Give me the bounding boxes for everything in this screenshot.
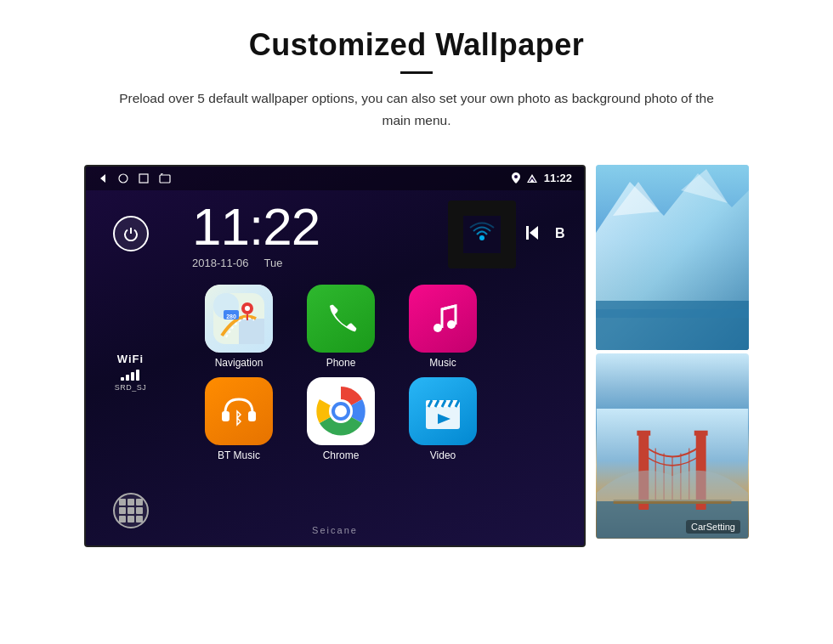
clock-display: 11:22 2018-11-06 Tue	[192, 201, 434, 269]
svg-point-4	[514, 175, 518, 178]
btmusic-label: BT Music	[218, 449, 260, 461]
android-screen: 11:22 WiFi SRD_SJ	[84, 165, 586, 547]
page-subtitle: Preload over 5 default wallpaper options…	[110, 88, 722, 133]
clock-time: 11:22	[192, 201, 434, 253]
app-phone[interactable]: Phone	[294, 285, 388, 369]
wifi-info: WiFi SRD_SJ	[115, 353, 147, 392]
app-btmusic[interactable]: BT Music	[192, 377, 286, 461]
signal-bar-3	[131, 372, 134, 381]
bridge-svg	[596, 409, 749, 539]
phone-svg	[323, 301, 359, 336]
clock-right: B	[448, 201, 570, 268]
music-widget[interactable]	[448, 201, 516, 268]
svg-rect-47	[637, 431, 650, 436]
svg-marker-10	[530, 226, 538, 240]
clock-day-value: Tue	[264, 257, 283, 269]
navigation-icon: 280	[205, 285, 273, 353]
svg-line-22	[442, 306, 456, 309]
signal-bar-1	[121, 377, 124, 381]
home-icon	[118, 173, 128, 184]
svg-point-1	[119, 174, 128, 183]
music-label: Music	[429, 357, 456, 369]
apps-grid-icon	[119, 499, 143, 523]
status-time: 11:22	[544, 172, 572, 184]
main-content: 11:22 WiFi SRD_SJ	[0, 148, 833, 564]
power-button[interactable]	[113, 216, 149, 251]
recent-icon	[139, 173, 149, 184]
app-navigation[interactable]: 280 Navigation	[192, 285, 286, 369]
wifi-ssid: SRD_SJ	[115, 383, 147, 392]
phone-icon	[307, 285, 375, 353]
clock-date: 2018-11-06 Tue	[192, 257, 434, 269]
side-photos: CarSetting	[596, 165, 749, 547]
wifi-signal-bars	[115, 369, 147, 381]
signal-bar-2	[126, 375, 129, 381]
svg-rect-42	[596, 309, 749, 318]
signal-icon	[526, 173, 538, 184]
svg-rect-2	[139, 174, 148, 183]
cast-icon	[463, 216, 501, 253]
clock-date-value: 2018-11-06	[192, 257, 249, 269]
svg-point-17	[245, 306, 250, 311]
status-bar-left	[98, 173, 171, 184]
page-title: Customized Wallpaper	[68, 27, 765, 63]
media-controls: B	[524, 201, 570, 246]
main-area: 11:22 2018-11-06 Tue	[175, 190, 584, 545]
video-svg	[422, 390, 464, 432]
video-label: Video	[430, 449, 456, 461]
photo-bridge: CarSetting	[596, 353, 749, 539]
chrome-label: Chrome	[323, 449, 360, 461]
status-bar-right: 11:22	[512, 172, 572, 184]
glacier-svg	[596, 165, 749, 350]
title-divider	[400, 71, 433, 74]
chrome-svg	[314, 385, 367, 438]
svg-marker-0	[100, 174, 105, 183]
watermark: Seicane	[312, 525, 358, 535]
navigation-label: Navigation	[215, 357, 264, 369]
svg-rect-48	[694, 431, 708, 436]
screenshot-icon	[159, 173, 171, 184]
status-bar: 11:22	[86, 167, 584, 190]
svg-rect-15	[239, 319, 264, 344]
photo-glacier	[596, 165, 749, 350]
svg-rect-41	[596, 301, 749, 350]
clock-section: 11:22 2018-11-06 Tue	[175, 190, 584, 276]
svg-point-9	[479, 235, 484, 240]
svg-rect-24	[248, 411, 256, 421]
photo-glacier-image	[596, 165, 749, 350]
video-icon	[409, 377, 477, 445]
page-header: Customized Wallpaper Preload over 5 defa…	[0, 0, 833, 148]
wifi-label: WiFi	[115, 353, 147, 365]
maps-svg: 280	[213, 293, 264, 344]
music-svg	[425, 301, 461, 336]
prev-button[interactable]	[524, 224, 541, 246]
power-icon	[123, 226, 139, 241]
app-chrome[interactable]: Chrome	[294, 377, 388, 461]
svg-rect-23	[222, 411, 230, 421]
svg-rect-11	[526, 226, 529, 240]
app-music[interactable]: Music	[396, 285, 490, 369]
location-icon	[512, 172, 520, 184]
next-button[interactable]: B	[553, 224, 570, 246]
svg-rect-3	[160, 175, 170, 183]
photo-bridge-image: CarSetting	[596, 353, 749, 539]
carsetting-label: CarSetting	[686, 520, 740, 534]
app-grid: 280 Navigation Phone	[175, 276, 584, 470]
apps-button[interactable]	[113, 493, 149, 528]
music-icon	[409, 285, 477, 353]
svg-rect-8	[463, 216, 501, 253]
left-sidebar: WiFi SRD_SJ	[86, 190, 175, 545]
svg-point-28	[335, 405, 347, 417]
app-video[interactable]: Video	[396, 377, 490, 461]
back-icon	[98, 173, 108, 184]
btmusic-icon	[205, 377, 273, 445]
phone-label: Phone	[326, 357, 356, 369]
btmusic-svg	[218, 391, 259, 432]
svg-text:B: B	[555, 226, 565, 240]
signal-bar-4	[136, 370, 139, 381]
svg-text:280: 280	[226, 314, 236, 319]
chrome-icon	[307, 377, 375, 445]
